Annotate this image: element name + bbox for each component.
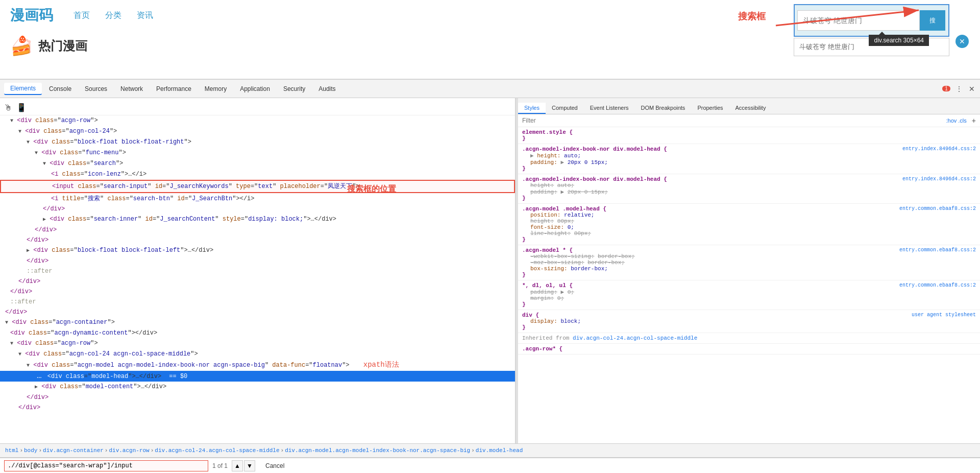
breadcrumb-html[interactable]: html <box>5 447 18 454</box>
website-header: 漫画码 首页 分类 资讯 搜 div.search 305×64 ✕ 斗破苍穹 … <box>0 0 980 79</box>
settings-icon[interactable]: ⋮ <box>954 84 964 94</box>
html-line[interactable]: </div> <box>0 307 515 317</box>
html-line[interactable]: ▼ <div class="block-float block-float-ri… <box>0 137 515 148</box>
tab-application[interactable]: Application <box>234 83 276 94</box>
styles-panel: Styles Computed Event Listeners DOM Brea… <box>518 98 980 443</box>
cancel-button[interactable]: Cancel <box>259 461 290 470</box>
html-line[interactable]: <i title="搜索" class="search-btn" id="J_S… <box>0 194 515 204</box>
search-count: 1 of 1 <box>212 462 228 469</box>
search-input[interactable] <box>797 10 920 31</box>
css-source-5[interactable]: entry.common.ebaaf8.css:2 <box>899 282 976 288</box>
html-panel: 🖱 📱 ▼ <div class="acgn-row"> ▼ <div clas… <box>0 98 516 443</box>
html-line[interactable]: </div> <box>0 225 515 235</box>
devtools-panel: Elements Console Sources Network Perform… <box>0 79 980 473</box>
html-line[interactable]: <i class="icon-lenz">…</i> <box>0 169 515 179</box>
css-rule-3: .acgn-model .model-head {entry.common.eb… <box>518 204 980 245</box>
css-source[interactable]: entry.index.8496d4.css:2 <box>902 146 976 152</box>
search-box-container: 搜 <box>794 4 949 37</box>
next-result-button[interactable]: ▼ <box>244 460 255 471</box>
html-line[interactable]: </div> <box>0 204 515 214</box>
html-line-selected[interactable]: … <div class="model-head">…</div> == $0 <box>0 371 515 382</box>
css-rule-inherited: .acgn-row* { <box>518 344 980 354</box>
html-line[interactable]: </div> <box>0 276 515 287</box>
html-line[interactable]: </div> <box>0 392 515 403</box>
devtools-close-icon[interactable]: ✕ <box>968 84 976 94</box>
nav-news[interactable]: 资讯 <box>137 10 153 21</box>
breadcrumb-body[interactable]: body <box>24 447 37 454</box>
tab-properties[interactable]: Properties <box>691 103 729 114</box>
css-rule-2: .acgn-model-index-book-nor div.model-hea… <box>518 174 980 204</box>
breadcrumb-col[interactable]: div.acgn-col-24.acgn-col-space-middle <box>155 447 279 454</box>
html-line[interactable]: </div> <box>0 287 515 297</box>
search-bar: 1 of 1 ▲ ▼ Cancel <box>0 458 980 473</box>
devtools-inspect-bar: 🖱 📱 <box>0 101 515 115</box>
html-line[interactable]: </div> <box>0 403 515 413</box>
html-line[interactable]: ▶ <div class="block-float block-float-le… <box>0 245 515 256</box>
css-source-6: user agent stylesheet <box>912 312 976 318</box>
xpath-input[interactable] <box>4 460 208 471</box>
filter-plus-icon[interactable]: + <box>972 116 976 125</box>
html-line[interactable]: ▼ <div class="acgn-row"> <box>0 115 515 126</box>
html-input-line[interactable]: <input class="search-input" id="J_search… <box>0 180 515 193</box>
css-source-3[interactable]: entry.common.ebaaf8.css:2 <box>899 206 976 211</box>
breadcrumb-row[interactable]: div.acgn-row <box>109 447 149 454</box>
html-line[interactable]: ▶ <div class="model-content">…</div> <box>0 382 515 392</box>
html-line[interactable]: <div class="acgn-dynamic-content"></div> <box>0 328 515 338</box>
filter-hov-cls[interactable]: :hov .cls <box>946 117 966 124</box>
tab-audits[interactable]: Audits <box>312 83 341 94</box>
tab-elements[interactable]: Elements <box>4 83 42 95</box>
css-source-4[interactable]: entry.common.ebaaf8.css:2 <box>899 247 976 253</box>
html-line[interactable]: ▼ <div class="acgn-col-24 acgn-col-space… <box>0 349 515 360</box>
xpath-annotation: xpath语法 <box>363 361 399 369</box>
html-line[interactable]: ▼ <div class="acgn-col-24"> <box>0 126 515 137</box>
css-source-2[interactable]: entry.index.8496d4.css:2 <box>902 176 976 182</box>
tab-memory[interactable]: Memory <box>199 83 233 94</box>
css-rule-5: *, dl, ol, ul {entry.common.ebaaf8.css:2… <box>518 280 980 310</box>
close-search-button[interactable]: ✕ <box>955 35 969 48</box>
inspect-icon[interactable]: 🖱 <box>4 103 12 113</box>
search-tooltip: div.search 305×64 <box>869 35 929 46</box>
nav-home[interactable]: 首页 <box>74 10 90 21</box>
page-title: 热门漫画 <box>38 38 87 54</box>
search-annotation: 搜索框 <box>738 10 766 22</box>
breadcrumb-model[interactable]: div.acgn-model.acgn-model-index-book-nor… <box>285 447 470 454</box>
tab-event-listeners[interactable]: Event Listeners <box>584 103 635 114</box>
html-line[interactable]: ▼ <div class="search"> <box>0 158 515 169</box>
devtools-icons: 1 ⋮ ✕ <box>942 84 976 94</box>
nav-links: 首页 分类 资讯 <box>74 10 153 21</box>
tab-sources[interactable]: Sources <box>79 83 113 94</box>
inherited-selector[interactable]: div.acgn-col-24.acgn-col-space-middle <box>573 335 697 341</box>
html-line: ::after <box>0 266 515 276</box>
filter-bar: :hov .cls + <box>518 114 980 127</box>
tab-security[interactable]: Security <box>277 83 311 94</box>
tab-accessibility[interactable]: Accessibility <box>729 103 772 114</box>
html-line[interactable]: ▼ <div class="acgn-model acgn-model-inde… <box>0 360 515 371</box>
nav-category[interactable]: 分类 <box>105 10 121 21</box>
css-rule-element-style: element.style { } <box>518 127 980 144</box>
html-line[interactable]: ▼ <div class="acgn-container"> <box>0 317 515 328</box>
html-line[interactable]: </div> <box>0 235 515 245</box>
tab-network[interactable]: Network <box>114 83 149 94</box>
css-rule-6: div {user agent stylesheet display: bloc… <box>518 310 980 333</box>
tab-dom-breakpoints[interactable]: DOM Breakpoints <box>635 103 692 114</box>
html-line[interactable]: ▼ <div class="func-menu"> <box>0 148 515 158</box>
tab-performance[interactable]: Performance <box>150 83 198 94</box>
devtools-main: 🖱 📱 ▼ <div class="acgn-row"> ▼ <div clas… <box>0 98 980 443</box>
filter-input[interactable] <box>522 117 941 124</box>
tab-computed[interactable]: Computed <box>546 103 584 114</box>
breadcrumb-bar: html › body › div.acgn-container › div.a… <box>0 443 980 458</box>
styles-tabs: Styles Computed Event Listeners DOM Brea… <box>518 98 980 114</box>
html-line[interactable]: ▼ <div class="acgn-row"> <box>0 338 515 349</box>
inherited-from: Inherited from div.acgn-col-24.acgn-col-… <box>518 333 980 344</box>
prev-result-button[interactable]: ▲ <box>232 460 243 471</box>
tab-styles[interactable]: Styles <box>518 103 546 114</box>
html-line[interactable]: ▶ <div class="search-inner" id="J_search… <box>0 214 515 225</box>
breadcrumb-model-head[interactable]: div.model-head <box>476 447 523 454</box>
site-logo[interactable]: 漫画码 <box>10 6 53 25</box>
search-button[interactable]: 搜 <box>920 10 945 31</box>
tab-console[interactable]: Console <box>43 83 78 94</box>
html-line: ::after <box>0 297 515 307</box>
device-icon[interactable]: 📱 <box>16 103 27 113</box>
html-line[interactable]: </div> <box>0 256 515 266</box>
breadcrumb-container[interactable]: div.acgn-container <box>43 447 104 454</box>
